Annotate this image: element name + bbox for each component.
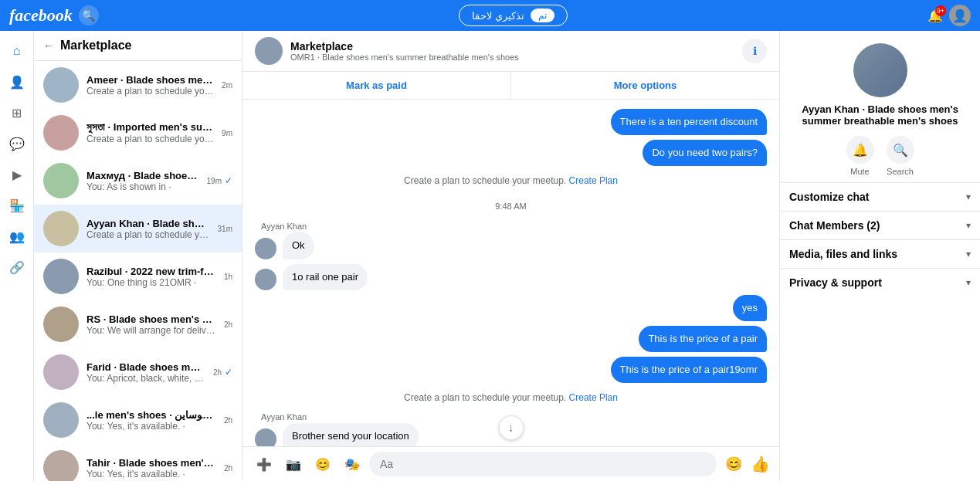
chevron-down-icon: ▾	[966, 191, 971, 202]
media-files-title: Media, files and links	[789, 248, 897, 260]
conv-time: 1h	[224, 273, 232, 281]
msg-row-4: Ok	[255, 232, 767, 259]
notification-badge: 9+	[935, 5, 946, 16]
bubble-sent-0: There is a ten percent discount	[611, 109, 768, 135]
conv-meta: 2m	[222, 81, 232, 90]
conv-time: 2h	[213, 368, 222, 377]
msg-avatar-4	[255, 238, 276, 259]
customize-chat-title: Customize chat	[789, 191, 869, 203]
conv-preview: You: As is shown in ·	[86, 181, 199, 192]
sidebar-item-messenger[interactable]: 💬	[3, 130, 31, 158]
conv-item-1[interactable]: সুসতা · Imported men's summ... Create a …	[34, 109, 242, 157]
topbar-left: facebook 🔍	[9, 5, 99, 25]
scroll-down-button[interactable]: ↓	[499, 415, 524, 440]
back-arrow-icon[interactable]: ←	[43, 39, 54, 52]
gif-button[interactable]: 🎭	[340, 452, 365, 476]
sidebar-item-groups[interactable]: 👥	[3, 222, 31, 250]
bubble-sent-8: This is the price of a pair19omr	[611, 357, 767, 383]
conv-item-6[interactable]: Farid · Blade shoes men's sum... You: Ap…	[34, 348, 242, 396]
conv-item-4[interactable]: Razibul · 2022 new trim-fitting ... You:…	[34, 252, 242, 300]
more-options-button[interactable]: More options	[511, 72, 779, 99]
conv-item-7[interactable]: ...le men's shoes · شاوان حوساين You: Ye…	[34, 396, 242, 444]
like-button[interactable]: 👍	[751, 455, 770, 473]
emoji-button[interactable]: 😊	[721, 452, 746, 476]
mute-icon: 🔔	[846, 136, 874, 164]
msg-group-received-5: 1o rail one pair	[255, 264, 767, 290]
chat-header-name: Marketplace	[290, 40, 734, 53]
chat-header-info: Marketplace OMR1 · Blade shoes men's sum…	[290, 40, 734, 62]
conv-header: ← Marketplace	[34, 31, 242, 61]
create-plan-link[interactable]: Create Plan	[569, 175, 618, 186]
create-plan-9: Create a plan to schedule your meetup. C…	[255, 392, 767, 403]
chat-actions-bar: Mark as paid More options	[242, 72, 779, 100]
sidebar-item-home[interactable]: ⌂	[3, 37, 31, 65]
chat-header-sub: OMR1 · Blade shoes men's summer breathab…	[290, 53, 734, 62]
message-input[interactable]	[369, 452, 717, 476]
conv-item-2[interactable]: Махмуд · Blade shoes men's s... You: As …	[34, 157, 242, 205]
conv-time: 31m	[218, 225, 232, 233]
privacy-support-title: Privacy & support	[789, 276, 882, 289]
search-icon[interactable]: 🔍	[79, 5, 99, 25]
photo-button[interactable]: 📷	[281, 452, 306, 476]
chevron-down-icon-4: ▾	[966, 277, 971, 288]
conv-time: 19m	[207, 177, 222, 185]
chat-area: Marketplace OMR1 · Blade shoes men's sum…	[242, 31, 779, 481]
create-plan-2: Create a plan to schedule your meetup. C…	[255, 175, 767, 186]
topbar-center: تذكيري لاحقا تم	[459, 5, 568, 26]
chevron-down-icon-2: ▾	[966, 220, 971, 231]
conv-info: Ayyan Khan · Blade shoes men... Create a…	[86, 218, 210, 240]
conv-item-8[interactable]: Tahir · Blade shoes men's sum... You: Ye…	[34, 444, 242, 481]
sidebar-item-video[interactable]: ▶	[3, 161, 31, 188]
chat-members-title: Chat Members (2)	[789, 219, 880, 232]
main-layout: ⌂ 👤 ⊞ 💬 ▶ 🏪 👥 🔗 ← Marketplace Ameer · Bl…	[0, 31, 980, 481]
conv-preview: Create a plan to schedule your ...	[86, 86, 214, 97]
conv-avatar	[43, 450, 79, 481]
right-profile: Ayyan Khan · Blade shoes men's summer br…	[780, 31, 980, 182]
create-plan-link[interactable]: Create Plan	[569, 392, 618, 403]
msg-row-sent-8: This is the price of a pair19omr	[255, 357, 767, 383]
conv-avatar	[43, 67, 79, 103]
notification-icon-wrapper[interactable]: 🔔 9+	[927, 8, 943, 23]
conv-meta: 31m	[218, 225, 232, 233]
conv-preview: You: Yes, it's available. ·	[86, 469, 216, 479]
media-files-section[interactable]: Media, files and links ▾	[780, 239, 980, 268]
conv-preview: Create a plan to schedule your ...	[86, 134, 214, 144]
conv-meta: 19m ✓	[207, 175, 232, 186]
conv-info: Razibul · 2022 new trim-fitting ... You:…	[86, 266, 216, 288]
privacy-support-section[interactable]: Privacy & support ▾	[780, 268, 980, 296]
messages-area: There is a ten percent discountDo you ne…	[242, 100, 779, 446]
mute-action[interactable]: 🔔 Mute	[846, 136, 874, 176]
right-avatar	[853, 43, 907, 97]
customize-chat-section[interactable]: Customize chat ▾	[780, 182, 980, 211]
bubble-received-10: Brother send your location	[283, 423, 419, 446]
conv-name: সুসতা · Imported men's summ...	[86, 121, 214, 134]
search-action[interactable]: 🔍 Search	[887, 136, 914, 176]
conv-item-5[interactable]: RS · Blade shoes men's summe... You: We …	[34, 300, 242, 348]
user-avatar[interactable]: 👤	[949, 5, 971, 26]
bubble-received-4: Ok	[283, 232, 314, 259]
sidebar-item-grid[interactable]: ⊞	[3, 99, 31, 127]
conv-meta: 2h	[224, 464, 232, 473]
add-button[interactable]: ➕	[252, 452, 276, 476]
read-check-icon: ✓	[225, 367, 232, 378]
conv-meta: 9m	[222, 129, 232, 137]
conv-item-3[interactable]: Ayyan Khan · Blade shoes men... Create a…	[34, 205, 242, 252]
sidebar-item-marketplace[interactable]: 🏪	[3, 191, 31, 219]
mark-paid-button[interactable]: Mark as paid	[242, 72, 511, 99]
conv-avatar	[43, 307, 79, 342]
sticker-button[interactable]: 😊	[310, 452, 335, 476]
msg-group-received-4: Ayyan KhanOk	[255, 222, 767, 259]
conv-name: Махмуд · Blade shoes men's s...	[86, 170, 199, 181]
conv-item-0[interactable]: Ameer · Blade shoes men's su... Create a…	[34, 61, 242, 109]
msg-row-5: 1o rail one pair	[255, 264, 767, 290]
info-button[interactable]: ℹ	[742, 39, 767, 63]
sidebar-item-profile[interactable]: 👤	[3, 68, 31, 96]
chat-members-section[interactable]: Chat Members (2) ▾	[780, 211, 980, 239]
sidebar-item-links[interactable]: 🔗	[3, 253, 31, 281]
conv-avatar	[43, 354, 79, 390]
chevron-down-icon-3: ▾	[966, 249, 971, 259]
bubble-received-5: 1o rail one pair	[283, 264, 368, 290]
right-actions: 🔔 Mute 🔍 Search	[846, 136, 914, 176]
conv-avatar	[43, 163, 79, 198]
notify-button[interactable]: تم	[531, 8, 554, 22]
